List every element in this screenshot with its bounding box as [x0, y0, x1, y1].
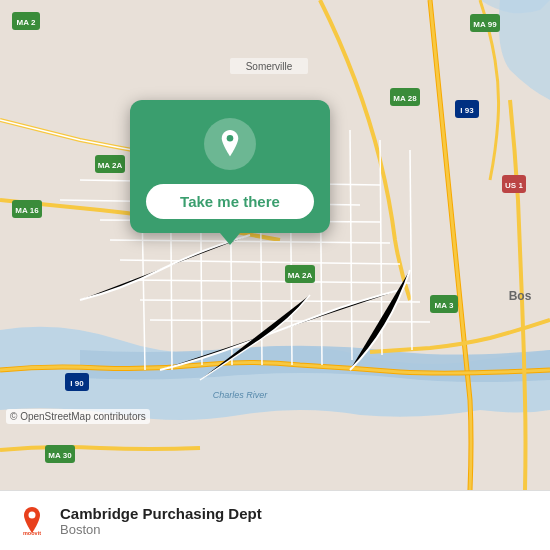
location-popup: Take me there	[130, 100, 330, 233]
svg-text:MA 2A: MA 2A	[288, 271, 313, 280]
svg-text:MA 28: MA 28	[393, 94, 417, 103]
location-icon-circle	[204, 118, 256, 170]
svg-text:Bos: Bos	[509, 289, 532, 303]
map-container: Somerville MA 2 MA 2A MA 2A MA 16 MA 28 …	[0, 0, 550, 490]
svg-text:MA 2: MA 2	[17, 18, 36, 27]
svg-text:US 1: US 1	[505, 181, 523, 190]
svg-text:MA 30: MA 30	[48, 451, 72, 460]
moovit-logo-icon: moovit	[14, 503, 50, 539]
svg-text:MA 3: MA 3	[435, 301, 454, 310]
location-pin-icon	[216, 130, 244, 158]
location-name: Cambridge Purchasing Dept	[60, 505, 262, 522]
copyright-text: © OpenStreetMap contributors	[6, 409, 150, 424]
location-city: Boston	[60, 522, 262, 537]
svg-text:MA 99: MA 99	[473, 20, 497, 29]
svg-text:I 90: I 90	[70, 379, 84, 388]
take-me-there-button[interactable]: Take me there	[146, 184, 314, 219]
svg-point-47	[29, 511, 36, 518]
popup-card: Take me there	[130, 100, 330, 233]
svg-text:MA 2A: MA 2A	[98, 161, 123, 170]
svg-point-45	[227, 135, 234, 142]
svg-text:Somerville: Somerville	[246, 61, 293, 72]
svg-text:Charles River: Charles River	[213, 390, 269, 400]
svg-text:MA 16: MA 16	[15, 206, 39, 215]
bottom-text: Cambridge Purchasing Dept Boston	[60, 505, 262, 537]
bottom-bar: moovit Cambridge Purchasing Dept Boston	[0, 490, 550, 550]
svg-text:I 93: I 93	[460, 106, 474, 115]
svg-text:moovit: moovit	[23, 530, 41, 536]
